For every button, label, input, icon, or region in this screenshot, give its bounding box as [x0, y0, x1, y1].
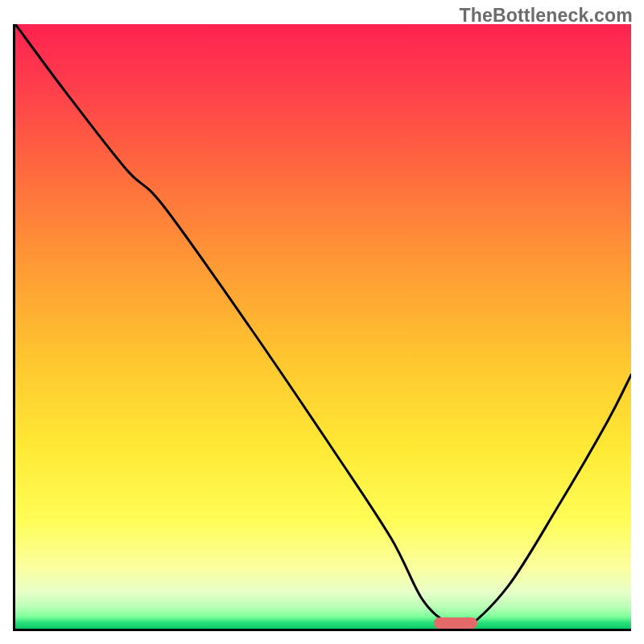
optimal-marker [434, 617, 477, 629]
watermark-text: TheBottleneck.com [459, 5, 633, 27]
bottleneck-curve [15, 24, 631, 629]
plot-area [13, 24, 631, 631]
